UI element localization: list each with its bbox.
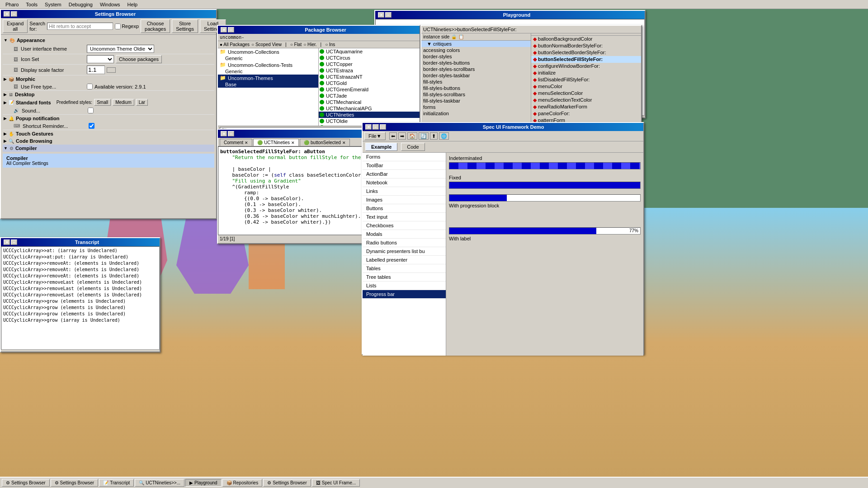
icon-set-select[interactable] bbox=[87, 55, 114, 63]
class-aquamarine[interactable]: UCTAquamarine bbox=[319, 48, 420, 55]
spec-minimize[interactable]: − bbox=[373, 124, 379, 130]
shortcut-checkbox[interactable] bbox=[89, 123, 94, 129]
buttonselected-tab[interactable]: 🟢 buttonSelected ✕ bbox=[300, 139, 350, 146]
menu-toolbar[interactable]: ToolBar bbox=[363, 161, 446, 170]
ins-radio[interactable]: ○ Ins bbox=[325, 42, 335, 47]
playground-close[interactable]: ✕ bbox=[378, 12, 384, 18]
pkg-uct-generic[interactable]: Generic bbox=[218, 68, 318, 75]
search-input[interactable] bbox=[47, 23, 113, 30]
menu-progress-bar[interactable]: Progress bar bbox=[363, 290, 446, 299]
taskbar-repositories[interactable]: 📦 Repositories bbox=[222, 479, 263, 487]
btn-selected-fill[interactable]: ◆ buttonSelectedFillStyleFor: bbox=[531, 56, 641, 63]
menu-system[interactable]: System bbox=[41, 1, 65, 8]
fill-styles-buttons[interactable]: fill-styles-buttons bbox=[421, 85, 531, 91]
all-packages-radio[interactable]: ● All Packages bbox=[220, 42, 250, 47]
compiler-section[interactable]: ▼ ⚙ Compiler bbox=[3, 145, 214, 152]
desktop-section[interactable]: ▶ 🖥 Desktop bbox=[3, 91, 214, 98]
menu-debugging[interactable]: Debugging bbox=[65, 1, 96, 8]
menu-actionbar[interactable]: ActionBar bbox=[363, 170, 446, 178]
balloon-bgcolor[interactable]: ◆ balloonBackgroundColor bbox=[531, 36, 641, 42]
forms-item[interactable]: forms bbox=[421, 104, 531, 110]
btn-selected-border[interactable]: ◆ buttonSelectedBorderStyleFor: bbox=[531, 49, 641, 56]
critiques-item[interactable]: ▼ critiques bbox=[421, 41, 531, 47]
initialize-method[interactable]: ◆ initialize bbox=[531, 70, 641, 76]
taskbar-playground[interactable]: ▶ Playground bbox=[185, 479, 222, 487]
pkg-uc-generic[interactable]: Generic bbox=[218, 55, 318, 61]
transcript-close[interactable]: ✕ bbox=[4, 239, 10, 245]
class-nineties[interactable]: UCTNineties bbox=[319, 112, 420, 118]
nav-icon3[interactable]: 🏠 bbox=[407, 132, 417, 140]
small-btn[interactable]: Small bbox=[94, 99, 111, 106]
taskbar-settings-browser-2[interactable]: ⚙ Settings Browser bbox=[51, 479, 99, 487]
fetch-remote-button[interactable]: Choose packages bbox=[116, 55, 162, 63]
class-estrazant[interactable]: UCTEstraazaNT bbox=[319, 74, 420, 80]
menu-radiobuttons[interactable]: Radio buttons bbox=[363, 239, 446, 247]
menu-notebook[interactable]: Notebook bbox=[363, 178, 446, 187]
sound-checkbox[interactable] bbox=[88, 108, 94, 113]
pkg-uncommon-collections[interactable]: 📁 Uncommon-Collections bbox=[218, 48, 318, 55]
file-menu[interactable]: File▼ bbox=[364, 132, 386, 140]
taskbar-settings-browser-1[interactable]: ⚙ Settings Browser bbox=[2, 479, 50, 487]
code-browsing-section[interactable]: ▶ 🔍 Code Browsing bbox=[3, 137, 214, 145]
taskbar-spec-frame[interactable]: 🖼 Spec UI Frame... bbox=[312, 479, 360, 487]
menu-tools[interactable]: Tools bbox=[22, 1, 41, 8]
class-mechanical[interactable]: UCTMechanical bbox=[319, 99, 420, 105]
close-button[interactable]: ✕ bbox=[4, 11, 10, 17]
menu-selection-text[interactable]: ◆ menuSelectionTextColor bbox=[531, 97, 641, 103]
spec-maximize[interactable]: □ bbox=[380, 124, 386, 130]
menu-windows[interactable]: Windows bbox=[96, 1, 124, 8]
accessing-colors[interactable]: accessing colors bbox=[421, 47, 531, 53]
store-settings-button[interactable]: Store Settings bbox=[172, 19, 198, 33]
menu-forms[interactable]: Forms bbox=[363, 153, 446, 161]
pane-color[interactable]: ◆ paneColorFor: bbox=[531, 110, 641, 117]
comment-tab[interactable]: Comment ✕ bbox=[220, 139, 252, 146]
list-disabled-fill[interactable]: ◆ listDisabledFillStyleFor: bbox=[531, 76, 641, 83]
class-mechanicalapg[interactable]: UCTMechanicalAPG bbox=[319, 105, 420, 112]
class-jade[interactable]: UCTJade bbox=[319, 93, 420, 99]
code-tab-btn[interactable]: Code bbox=[401, 143, 425, 151]
transcript-body[interactable]: UCCCyclicArray>>at: (iarray is Undeclare… bbox=[1, 246, 160, 350]
fonts-section[interactable]: ▶ 📝 Standard fonts Predefined styles: Sm… bbox=[3, 98, 214, 107]
class-gold[interactable]: UCTGold bbox=[319, 80, 420, 86]
fill-styles-taskbar[interactable]: fill-styles-taskbar bbox=[421, 98, 531, 104]
menu-buttons[interactable]: Buttons bbox=[363, 204, 446, 213]
menu-selection[interactable]: ◆ menuSelectionColor bbox=[531, 90, 641, 97]
hier-radio[interactable]: ○ Hier. bbox=[303, 42, 316, 47]
new-radio-marker[interactable]: ◆ newRadioMarkerForm bbox=[531, 103, 641, 110]
border-styles[interactable]: border-styles bbox=[421, 53, 531, 60]
regexp-checkbox[interactable] bbox=[115, 23, 121, 29]
scale-input[interactable] bbox=[87, 66, 105, 74]
uctnineties-tab[interactable]: 🟢 UCTNineties ✕ bbox=[253, 139, 299, 146]
taskbar-transcript[interactable]: 📝 Transcript bbox=[99, 479, 134, 487]
class-circus[interactable]: UCTCircus bbox=[319, 55, 420, 61]
nav-icon2[interactable]: ➡ bbox=[398, 132, 406, 140]
configure-window[interactable]: ◆ configureWindowBorderFor: bbox=[531, 63, 641, 70]
pkg-minimize[interactable]: − bbox=[228, 27, 234, 33]
code-minimize[interactable]: − bbox=[228, 131, 234, 136]
nav-icon5[interactable]: ⬆ bbox=[430, 132, 438, 140]
minimize-button[interactable]: − bbox=[11, 11, 17, 17]
menu-dynamic[interactable]: Dynamic presenters list bu bbox=[363, 247, 446, 256]
expand-all-button[interactable]: Expand all bbox=[3, 19, 28, 33]
menu-images[interactable]: Images bbox=[363, 196, 446, 204]
nav-icon6[interactable]: 🌐 bbox=[439, 132, 449, 140]
fill-styles-scrollbars[interactable]: fill-styles-scrollbars bbox=[421, 91, 531, 98]
ui-theme-select[interactable]: Uncommon Theme Oldie bbox=[87, 45, 154, 53]
flat-radio[interactable]: ○ Flat bbox=[290, 42, 302, 47]
menu-links[interactable]: Links bbox=[363, 187, 446, 196]
menu-labelled[interactable]: Labelled presenter bbox=[363, 256, 446, 264]
menu-help[interactable]: Help bbox=[124, 1, 142, 8]
btnselected-tab-close[interactable]: ✕ bbox=[342, 141, 346, 145]
menu-tables[interactable]: Tables bbox=[363, 264, 446, 273]
menu-pharo[interactable]: Pharo bbox=[2, 1, 22, 8]
initialization-item[interactable]: initialization bbox=[421, 110, 531, 117]
menu-modals[interactable]: Modals bbox=[363, 230, 446, 239]
pkg-base[interactable]: Base bbox=[218, 81, 318, 88]
border-styles-scrollbars[interactable]: border-styles-scrollbars bbox=[421, 66, 531, 72]
spec-close[interactable]: ✕ bbox=[365, 124, 372, 130]
nav-icon4[interactable]: 🔄 bbox=[419, 132, 429, 140]
uctnineties-tab-close[interactable]: ✕ bbox=[291, 141, 295, 145]
taskbar-settings-browser-3[interactable]: ⚙ Settings Browser bbox=[263, 479, 311, 487]
playground-minimize[interactable]: − bbox=[385, 12, 392, 18]
class-copper[interactable]: UCTCopper bbox=[319, 61, 420, 67]
